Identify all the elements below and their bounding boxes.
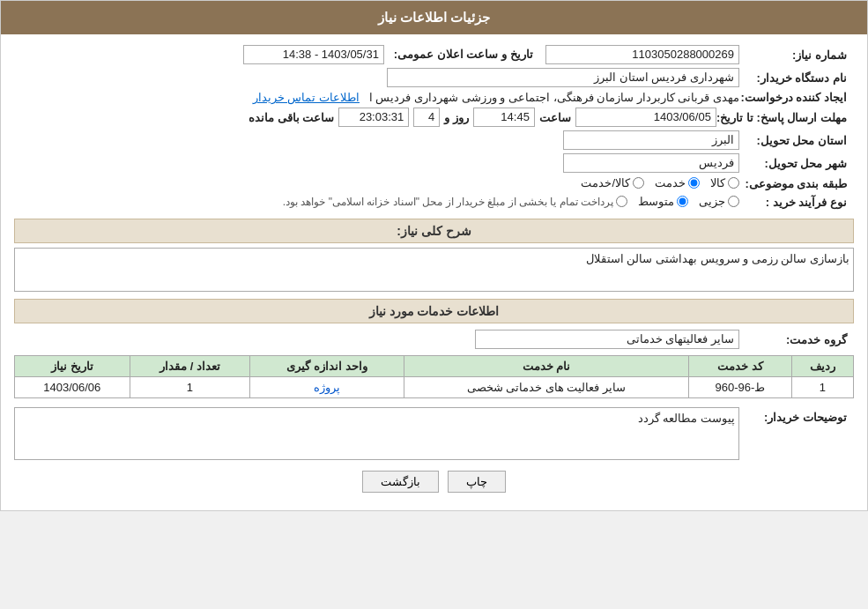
category-radio-khedmat[interactable] <box>688 177 700 189</box>
days-label: روز و <box>444 111 469 124</box>
back-button[interactable]: بازگشت <box>362 471 439 493</box>
cell-date: 1403/06/06 <box>15 377 130 398</box>
province-row: استان محل تحویل: البرز <box>14 129 854 152</box>
province-box: البرز <box>563 130 739 150</box>
purchase-type-option-treasury: پرداخت تمام یا بخشی از مبلغ خریدار از مح… <box>283 196 627 208</box>
buttons-row: چاپ بازگشت <box>14 462 854 501</box>
print-button[interactable]: چاپ <box>448 471 506 493</box>
purchase-type-row: نوع فرآیند خرید : جزیی متوسط پرداخت تمام… <box>14 193 854 212</box>
category-label-kala: کالا <box>710 176 725 189</box>
purchase-type-option-partial[interactable]: جزیی <box>699 195 739 208</box>
announcement-date-label: تاریخ و ساعت اعلان عمومی: <box>394 48 533 61</box>
purchase-type-radio-partial[interactable] <box>728 196 739 207</box>
category-option-kala[interactable]: کالا <box>710 176 739 189</box>
days-box: 4 <box>413 108 440 127</box>
service-group-label: گروه خدمت: <box>739 333 854 346</box>
buyer-notes-value: پیوست مطالعه گردد <box>638 412 735 425</box>
services-table-body: 1 ط-96-960 سایر فعالیت های خدماتی شخصی پ… <box>15 377 854 398</box>
page-header: جزئیات اطلاعات نیاز <box>1 1 867 34</box>
description-section-header: شرح کلی نیاز: <box>14 219 854 243</box>
category-label: طبقه بندی موضوعی: <box>739 177 854 190</box>
time-label: ساعت <box>539 111 571 124</box>
creator-text: مهدی قربانی کاربردار سازمان فرهنگی، اجتم… <box>369 91 739 104</box>
need-number-label: شماره نیاز: <box>739 48 854 62</box>
buyer-notes-box: پیوست مطالعه گردد <box>14 407 739 460</box>
services-table: ردیف کد خدمت نام خدمت واحد اندازه گیری ت… <box>14 355 854 398</box>
main-content: شماره نیاز: 1103050288000269 تاریخ و ساع… <box>1 34 867 510</box>
cell-unit: پروژه <box>250 377 404 398</box>
category-label-kala-khedmat: کالا/خدمت <box>581 176 630 189</box>
purchase-type-radio-treasury[interactable] <box>616 196 627 207</box>
purchase-type-radio-medium[interactable] <box>677 196 688 207</box>
buyer-notes-label: توضیحات خریدار: <box>739 407 854 424</box>
category-radio-kala-khedmat[interactable] <box>633 177 644 189</box>
col-header-date: تاریخ نیاز <box>15 356 130 377</box>
category-label-khedmat: خدمت <box>655 176 686 189</box>
buyer-org-row: نام دستگاه خریدار: شهرداری فردیس استان ا… <box>14 66 854 89</box>
category-row: طبقه بندی موضوعی: کالا خدمت کالا/خدمت <box>14 175 854 193</box>
category-option-khedmat[interactable]: خدمت <box>655 176 700 189</box>
page-wrapper: جزئیات اطلاعات نیاز شماره نیاز: 11030502… <box>0 0 868 511</box>
reply-deadline-label: مهلت ارسال پاسخ: تا تاریخ: <box>716 111 854 124</box>
col-header-name: نام خدمت <box>404 356 688 377</box>
creator-row: ایجاد کننده درخواست: مهدی قربانی کاربردا… <box>14 89 854 106</box>
creator-label: ایجاد کننده درخواست: <box>739 91 854 104</box>
timer-label: ساعت باقی مانده <box>249 111 334 124</box>
cell-quantity: 1 <box>130 377 250 398</box>
province-label: استان محل تحویل: <box>739 134 854 147</box>
creator-contact-link[interactable]: اطلاعات تماس خریدار <box>253 91 360 104</box>
category-option-kala-khedmat[interactable]: کالا/خدمت <box>581 176 644 189</box>
col-header-unit: واحد اندازه گیری <box>250 356 404 377</box>
city-box: فردیس <box>563 153 739 173</box>
time-box: 14:45 <box>473 108 535 127</box>
city-row: شهر محل تحویل: فردیس <box>14 152 854 175</box>
col-header-quantity: تعداد / مقدار <box>130 356 250 377</box>
description-label: شرح کلی نیاز: <box>397 224 471 238</box>
description-box: بازسازی سالن رزمی و سرویس بهداشتی سالن ا… <box>14 248 854 292</box>
cell-code: ط-96-960 <box>689 377 792 398</box>
table-row: 1 ط-96-960 سایر فعالیت های خدماتی شخصی پ… <box>15 377 854 398</box>
timer-box: 23:03:31 <box>338 108 409 127</box>
purchase-type-radio-group: جزیی متوسط پرداخت تمام یا بخشی از مبلغ خ… <box>283 195 739 208</box>
city-label: شهر محل تحویل: <box>739 157 854 170</box>
announcement-date-box: 1403/05/31 - 14:38 <box>243 45 384 64</box>
service-group-box: سایر فعالیتهای خدماتی <box>475 330 739 349</box>
need-number-value: 1103050288000269 تاریخ و ساعت اعلان عموم… <box>14 45 739 64</box>
cell-row: 1 <box>791 377 853 398</box>
deadline-date-box: 1403/06/05 <box>575 108 716 127</box>
col-header-row: ردیف <box>791 356 853 377</box>
purchase-type-label-partial: جزیی <box>699 195 725 208</box>
purchase-type-label: نوع فرآیند خرید : <box>739 196 854 209</box>
creator-value: مهدی قربانی کاربردار سازمان فرهنگی، اجتم… <box>14 91 739 104</box>
reply-deadline-row: مهلت ارسال پاسخ: تا تاریخ: 1403/06/05 سا… <box>14 106 854 129</box>
purchase-type-label-medium: متوسط <box>638 195 674 208</box>
need-number-row: شماره نیاز: 1103050288000269 تاریخ و ساع… <box>14 43 854 66</box>
services-title: اطلاعات خدمات مورد نیاز <box>369 304 500 318</box>
category-radio-group: کالا خدمت کالا/خدمت <box>581 176 739 189</box>
purchase-type-label-treasury: پرداخت تمام یا بخشی از مبلغ خریدار از مح… <box>283 196 613 208</box>
service-group-row: گروه خدمت: سایر فعالیتهای خدماتی <box>14 328 854 351</box>
buyer-org-value: شهرداری فردیس استان البرز <box>14 68 739 87</box>
buyer-org-box: شهرداری فردیس استان البرز <box>387 68 739 87</box>
services-table-header-row: ردیف کد خدمت نام خدمت واحد اندازه گیری ت… <box>15 356 854 377</box>
description-value: بازسازی سالن رزمی و سرویس بهداشتی سالن ا… <box>586 252 849 265</box>
buyer-org-label: نام دستگاه خریدار: <box>739 71 854 85</box>
deadline-fields: 1403/06/05 ساعت 14:45 روز و 4 23:03:31 س… <box>14 108 716 127</box>
category-radio-kala[interactable] <box>728 177 739 189</box>
cell-name: سایر فعالیت های خدماتی شخصی <box>404 377 688 398</box>
services-section-header: اطلاعات خدمات مورد نیاز <box>14 299 854 323</box>
need-number-box: 1103050288000269 <box>545 45 739 64</box>
col-header-code: کد خدمت <box>689 356 792 377</box>
purchase-type-option-medium[interactable]: متوسط <box>638 195 688 208</box>
page-title: جزئیات اطلاعات نیاز <box>378 10 490 25</box>
buyer-notes-row: توضیحات خریدار: پیوست مطالعه گردد <box>14 405 854 462</box>
